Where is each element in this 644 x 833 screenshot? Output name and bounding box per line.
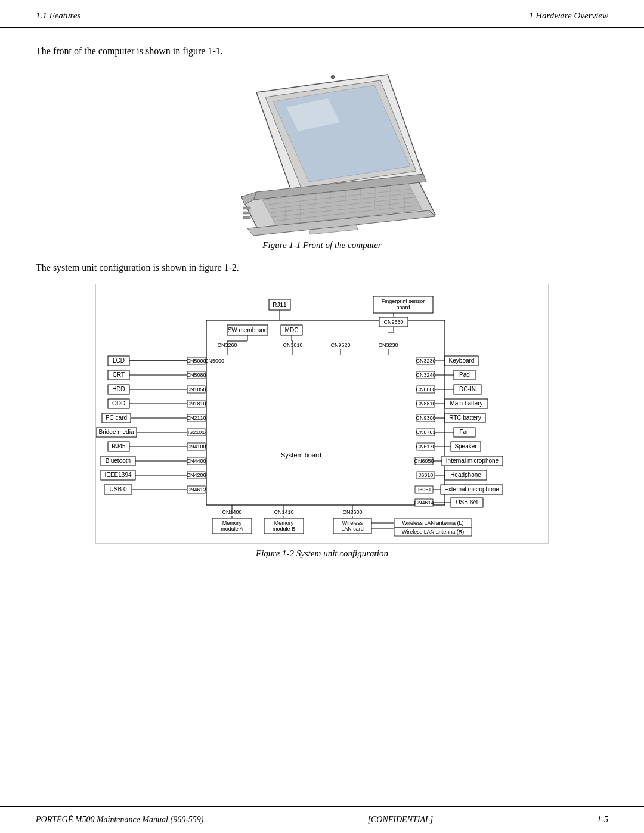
svg-text:Main battery: Main battery [450, 400, 482, 407]
svg-text:IEEE1394: IEEE1394 [104, 472, 131, 478]
system-diagram: System board RJ11 Fingerprint sensor boa… [95, 284, 549, 544]
svg-text:CN8800: CN8800 [416, 386, 435, 392]
svg-text:CN1850: CN1850 [186, 386, 206, 392]
svg-text:MDC: MDC [285, 327, 299, 333]
svg-point-27 [331, 75, 335, 79]
svg-text:LCD: LCD [113, 357, 125, 364]
svg-text:Keyboard: Keyboard [449, 357, 475, 364]
svg-text:CN6050: CN6050 [414, 458, 434, 464]
footer-center: [CONFIDENTIAL] [368, 815, 434, 825]
svg-text:CN8781: CN8781 [416, 429, 435, 435]
svg-text:Wireless: Wireless [342, 520, 363, 526]
svg-text:J6051: J6051 [417, 487, 432, 493]
svg-text:Speaker: Speaker [454, 443, 477, 450]
system-diagram-figure: System board RJ11 Fingerprint sensor boa… [36, 284, 608, 559]
footer-right: 1-5 [597, 815, 608, 825]
svg-text:HDD: HDD [112, 386, 125, 392]
footer-left: PORTÉGÉ M500 Maintenance Manual (960-559… [36, 815, 204, 825]
svg-text:CN4614: CN4614 [414, 500, 434, 506]
svg-text:DC-IN: DC-IN [459, 386, 476, 392]
svg-text:External microphone: External microphone [444, 486, 499, 493]
svg-text:CRT: CRT [113, 371, 125, 378]
svg-text:CN5000: CN5000 [186, 358, 206, 364]
svg-text:CN2110: CN2110 [186, 415, 206, 421]
svg-text:PC card: PC card [106, 414, 127, 421]
svg-text:CN6170: CN6170 [416, 444, 435, 450]
svg-text:LAN card: LAN card [341, 526, 364, 532]
svg-text:Memory: Memory [274, 520, 294, 526]
svg-text:CN5000: CN5000 [205, 358, 224, 364]
svg-text:CN3230: CN3230 [378, 342, 398, 348]
svg-text:RJ45: RJ45 [112, 443, 126, 450]
svg-text:CN3240: CN3240 [416, 372, 435, 378]
svg-text:CN4400: CN4400 [186, 458, 206, 464]
svg-rect-25 [243, 212, 250, 214]
svg-text:CN9550: CN9550 [383, 319, 403, 325]
intro-text-1: The front of the computer is shown in fi… [36, 46, 608, 57]
svg-text:ODD: ODD [112, 400, 125, 407]
svg-text:CN9300: CN9300 [416, 415, 435, 421]
svg-text:Wireless LAN antenna (R): Wireless LAN antenna (R) [402, 529, 465, 535]
svg-text:Headphone: Headphone [450, 472, 481, 478]
page-header: 1.1 Features 1 Hardware Overview [0, 0, 644, 28]
svg-text:Memory: Memory [222, 520, 242, 526]
svg-text:RTC battery: RTC battery [449, 414, 481, 421]
svg-text:CN5080: CN5080 [186, 372, 206, 378]
svg-text:USB 6/4: USB 6/4 [456, 499, 478, 506]
svg-text:module A: module A [221, 526, 243, 532]
svg-text:Wireless LAN antenna (L): Wireless LAN antenna (L) [402, 520, 463, 526]
laptop-image [197, 69, 447, 236]
svg-text:CN4200: CN4200 [186, 472, 206, 478]
svg-text:CN9520: CN9520 [330, 342, 350, 348]
svg-text:CN3230: CN3230 [416, 358, 435, 364]
figure1-caption: Figure 1-1 Front of the computer [262, 240, 381, 250]
svg-text:CN4612: CN4612 [186, 487, 206, 493]
svg-text:CN4100: CN4100 [186, 444, 206, 450]
figure2-caption: Figure 1-2 System unit configuration [256, 549, 388, 559]
svg-text:USB 0: USB 0 [110, 486, 127, 493]
svg-text:board: board [396, 305, 410, 311]
laptop-figure: Figure 1-1 Front of the computer [36, 69, 608, 250]
svg-rect-28 [206, 320, 445, 505]
svg-rect-24 [243, 207, 250, 209]
svg-text:module B: module B [273, 526, 295, 532]
svg-text:Fingerprint sensor: Fingerprint sensor [382, 298, 425, 304]
svg-text:Internal microphone: Internal microphone [446, 457, 499, 464]
system-board-label: System board [281, 451, 321, 459]
svg-text:CN8810: CN8810 [416, 401, 435, 407]
header-left: 1.1 Features [36, 11, 80, 21]
svg-rect-26 [243, 216, 250, 219]
intro-text-2: The system unit configuration is shown i… [36, 262, 608, 273]
svg-text:Bluetooth: Bluetooth [106, 457, 131, 464]
svg-text:Pad: Pad [459, 371, 470, 378]
svg-text:CN1810: CN1810 [186, 401, 206, 407]
page-footer: PORTÉGÉ M500 Maintenance Manual (960-559… [0, 806, 644, 833]
page-content: The front of the computer is shown in fi… [0, 28, 644, 589]
svg-text:J6310: J6310 [419, 472, 434, 478]
svg-text:RJ11: RJ11 [273, 302, 287, 308]
svg-text:SW membrane: SW membrane [228, 327, 268, 333]
header-right: 1 Hardware Overview [529, 11, 608, 21]
svg-text:Bridge media: Bridge media [99, 429, 134, 435]
svg-text:Fan: Fan [459, 429, 469, 435]
svg-text:IS2101: IS2101 [188, 429, 205, 435]
